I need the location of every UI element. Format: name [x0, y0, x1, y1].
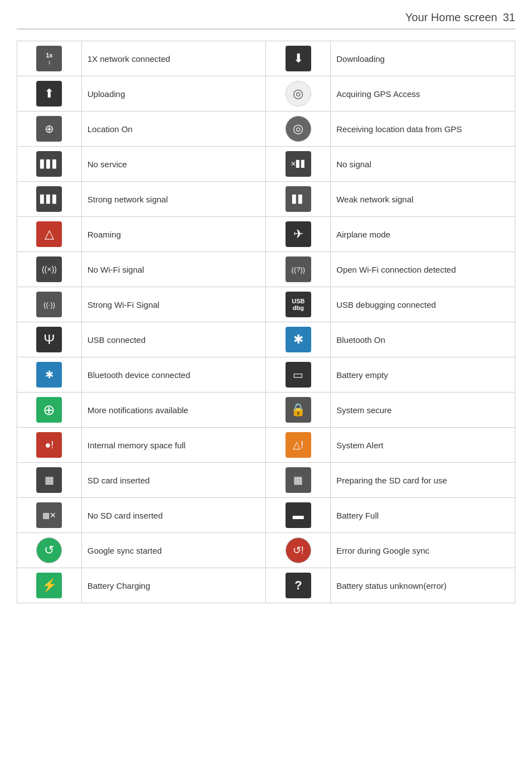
right-label-cell: Open Wi-Fi connection detected [331, 252, 515, 287]
right-label-cell: System secure [331, 393, 515, 428]
left-icon-cell: ▋▋▋ [17, 147, 82, 182]
table-row: ▋▋▋ No service ✕▋▋ No signal [17, 147, 515, 182]
table-row: ▋▋▋ Strong network signal ▋▋ Weak networ… [17, 182, 515, 217]
right-icon-cell: ↺! [266, 533, 331, 568]
right-label-cell: Preparing the SD card for use [331, 463, 515, 498]
page-header: Your Home screen 31 [17, 11, 515, 30]
table-row: ●! Internal memory space full △! System … [17, 428, 515, 463]
right-icon-cell: ((?)) [266, 252, 331, 287]
table-row: ✱ Bluetooth device connected ▭ Battery e… [17, 357, 515, 393]
table-row: ⬆ Uploading ◎ Acquiring GPS Access [17, 76, 515, 112]
right-icon-cell: 🔒 [266, 393, 331, 428]
left-label-cell: Google sync started [81, 533, 266, 568]
right-label-cell: Weak network signal [331, 182, 515, 217]
right-label-cell: Downloading [331, 41, 515, 76]
left-label-cell: More notifications available [81, 393, 266, 428]
right-label-cell: Receiving location data from GPS [331, 112, 515, 147]
left-label-cell: Bluetooth device connected [81, 357, 266, 393]
right-icon-cell: ? [266, 568, 331, 603]
left-label-cell: SD card inserted [81, 463, 266, 498]
right-icon-cell: ▬ [266, 498, 331, 533]
right-icon-cell: ▦ [266, 463, 331, 498]
right-label-cell: Battery status unknown(error) [331, 568, 515, 603]
right-label-cell: USB debugging connected [331, 287, 515, 322]
icon-reference-table: 1x↕ 1X network connected ⬇ Downloading ⬆… [17, 41, 515, 603]
left-icon-cell: ⊕ [17, 112, 82, 147]
table-row: ((·)) Strong Wi-Fi Signal USBdbg USB deb… [17, 287, 515, 322]
left-icon-cell: ▋▋▋ [17, 182, 82, 217]
right-icon-cell: ▭ [266, 357, 331, 393]
right-label-cell: System Alert [331, 428, 515, 463]
table-row: △ Roaming ✈ Airplane mode [17, 217, 515, 252]
table-row: ▦✕ No SD card inserted ▬ Battery Full [17, 498, 515, 533]
right-label-cell: Airplane mode [331, 217, 515, 252]
right-icon-cell: ✕▋▋ [266, 147, 331, 182]
left-icon-cell: Ψ [17, 322, 82, 357]
table-row: ⚡ Battery Charging ? Battery status unkn… [17, 568, 515, 603]
left-label-cell: Location On [81, 112, 266, 147]
left-icon-cell: ⚡ [17, 568, 82, 603]
left-label-cell: No Wi-Fi signal [81, 252, 266, 287]
table-row: ⊕ More notifications available 🔒 System … [17, 393, 515, 428]
right-icon-cell: USBdbg [266, 287, 331, 322]
right-label-cell: No signal [331, 147, 515, 182]
right-icon-cell: ⬇ [266, 41, 331, 76]
right-icon-cell: ✈ [266, 217, 331, 252]
left-label-cell: Strong Wi-Fi Signal [81, 287, 266, 322]
right-icon-cell: ▋▋ [266, 182, 331, 217]
right-label-cell: Acquiring GPS Access [331, 76, 515, 112]
left-icon-cell: ↺ [17, 533, 82, 568]
left-label-cell: Uploading [81, 76, 266, 112]
right-icon-cell: △! [266, 428, 331, 463]
table-row: 1x↕ 1X network connected ⬇ Downloading [17, 41, 515, 76]
table-row: ↺ Google sync started ↺! Error during Go… [17, 533, 515, 568]
left-label-cell: Internal memory space full [81, 428, 266, 463]
right-label-cell: Bluetooth On [331, 322, 515, 357]
table-row: ⊕ Location On ◎ Receiving location data … [17, 112, 515, 147]
left-icon-cell: ((×)) [17, 252, 82, 287]
left-label-cell: No service [81, 147, 266, 182]
table-row: Ψ USB connected ✱ Bluetooth On [17, 322, 515, 357]
left-label-cell: 1X network connected [81, 41, 266, 76]
left-icon-cell: ●! [17, 428, 82, 463]
page-title: Your Home screen [405, 11, 497, 24]
page-number: 31 [503, 11, 515, 24]
left-label-cell: USB connected [81, 322, 266, 357]
left-icon-cell: 1x↕ [17, 41, 82, 76]
left-icon-cell: ⊕ [17, 393, 82, 428]
left-label-cell: Roaming [81, 217, 266, 252]
left-icon-cell: ▦✕ [17, 498, 82, 533]
left-icon-cell: △ [17, 217, 82, 252]
table-row: ▦ SD card inserted ▦ Preparing the SD ca… [17, 463, 515, 498]
right-label-cell: Error during Google sync [331, 533, 515, 568]
left-icon-cell: ✱ [17, 357, 82, 393]
right-label-cell: Battery empty [331, 357, 515, 393]
right-label-cell: Battery Full [331, 498, 515, 533]
right-icon-cell: ◎ [266, 112, 331, 147]
right-icon-cell: ✱ [266, 322, 331, 357]
left-label-cell: No SD card inserted [81, 498, 266, 533]
left-icon-cell: ▦ [17, 463, 82, 498]
table-row: ((×)) No Wi-Fi signal ((?)) Open Wi-Fi c… [17, 252, 515, 287]
left-icon-cell: ⬆ [17, 76, 82, 112]
left-icon-cell: ((·)) [17, 287, 82, 322]
left-label-cell: Strong network signal [81, 182, 266, 217]
left-label-cell: Battery Charging [81, 568, 266, 603]
right-icon-cell: ◎ [266, 76, 331, 112]
